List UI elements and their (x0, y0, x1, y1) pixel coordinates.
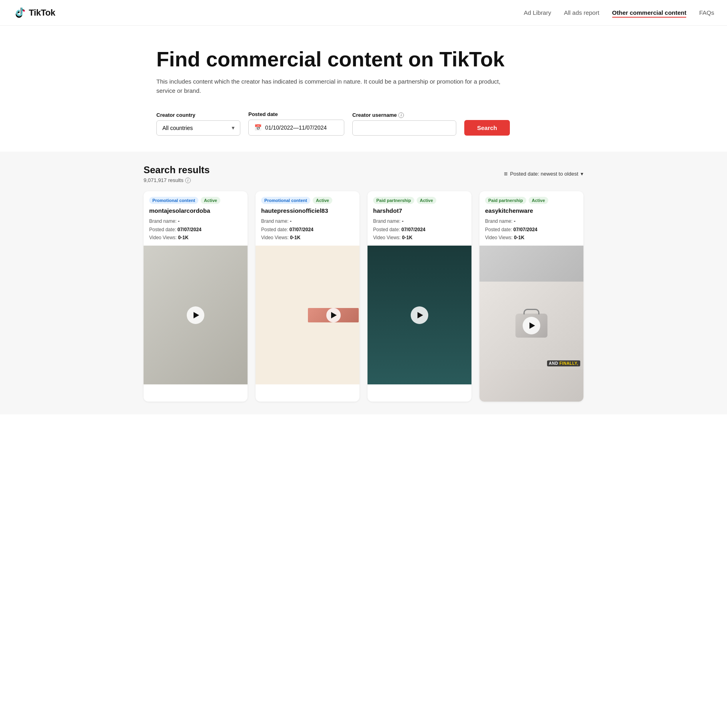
card-thumbnail[interactable] (144, 246, 248, 384)
table-row[interactable]: Paid partnership Active easykitchenware … (479, 191, 583, 402)
country-select-wrapper: All countries United States United Kingd… (156, 120, 240, 136)
card-thumbnail[interactable] (367, 246, 471, 384)
card-meta: Brand name: - Posted date: 07/07/2024 Vi… (373, 217, 466, 242)
thumb-bottom: AND FINALLY, (479, 282, 583, 370)
sort-icon: ≡ (504, 170, 507, 178)
filter-row: Creator country All countries United Sta… (156, 111, 571, 136)
status-badge: Active (313, 197, 332, 204)
hero-title: Find commercial content on TikTok (156, 48, 571, 71)
card-meta: Brand name: - Posted date: 07/07/2024 Vi… (485, 217, 578, 242)
status-badge: Active (201, 197, 220, 204)
results-section: Search results 9,071,917 results i ≡ Pos… (0, 152, 727, 414)
filter-country: Creator country All countries United Sta… (156, 112, 240, 136)
info-icon: i (398, 112, 404, 118)
card-username: montajesolarcordoba (149, 207, 242, 214)
tiktok-logo-icon (13, 6, 26, 19)
date-label: Posted date (248, 111, 344, 117)
count-info-icon: i (185, 178, 191, 183)
play-button[interactable] (187, 306, 204, 324)
sort-chevron-icon: ▾ (581, 171, 583, 177)
navbar: TikTok Ad Library All ads report Other c… (0, 0, 727, 26)
results-title: Search results (144, 164, 210, 176)
nav-item-faqs[interactable]: FAQs (699, 9, 714, 16)
search-section: Creator country All countries United Sta… (144, 111, 583, 152)
date-range-input[interactable]: 📅 01/10/2022—11/07/2024 (248, 120, 344, 136)
hero-subtitle: This includes content which the creator … (156, 77, 516, 95)
badge-row: Promotional content Active (149, 197, 242, 204)
nav-links: Ad Library All ads report Other commerci… (524, 9, 714, 16)
badge-row: Paid partnership Active (373, 197, 466, 204)
thumb-top (479, 246, 583, 282)
play-button[interactable] (411, 306, 428, 324)
status-badge: Paid partnership (485, 197, 526, 204)
thumb-cell-play[interactable] (308, 308, 359, 322)
logo[interactable]: TikTok (13, 6, 55, 19)
status-badge: Promotional content (261, 197, 310, 204)
nav-item-ad-library[interactable]: Ad Library (524, 9, 551, 16)
table-row[interactable]: Promotional content Active hautepression… (256, 191, 360, 402)
status-badge: Paid partnership (373, 197, 414, 204)
card-username: easykitchenware (485, 207, 578, 214)
card-info: Paid partnership Active easykitchenware … (479, 191, 583, 246)
card-username: harshdot7 (373, 207, 466, 214)
card-info: Promotional content Active montajesolarc… (144, 191, 248, 246)
username-input[interactable] (352, 120, 456, 136)
results-title-area: Search results 9,071,917 results i (144, 164, 210, 183)
bag-handle (523, 309, 539, 314)
table-row[interactable]: Promotional content Active montajesolarc… (144, 191, 248, 402)
country-select[interactable]: All countries United States United Kingd… (156, 120, 240, 136)
search-button[interactable]: Search (464, 120, 510, 136)
badge-row: Promotional content Active (261, 197, 354, 204)
card-meta: Brand name: - Posted date: 07/07/2024 Vi… (261, 217, 354, 242)
nav-item-other-commercial[interactable]: Other commercial content (612, 9, 687, 16)
thumb-bottom2 (479, 370, 583, 402)
cards-grid: Promotional content Active montajesolarc… (144, 191, 583, 402)
filter-date: Posted date 📅 01/10/2022—11/07/2024 (248, 111, 344, 136)
card-username: hautepressionofficiel83 (261, 207, 354, 214)
status-badge: Promotional content (149, 197, 198, 204)
card-thumbnail-area[interactable]: AND FINALLY, (479, 246, 583, 402)
nav-item-all-ads[interactable]: All ads report (564, 9, 599, 16)
country-label: Creator country (156, 112, 240, 118)
card-info: Paid partnership Active harshdot7 Brand … (367, 191, 471, 246)
play-button[interactable] (326, 308, 341, 322)
status-badge: Active (529, 197, 548, 204)
date-value: 01/10/2022—11/07/2024 (265, 124, 327, 131)
logo-text: TikTok (29, 8, 55, 18)
card-thumbnail[interactable] (256, 246, 360, 384)
hero-section: Find commercial content on TikTok This i… (144, 26, 583, 111)
and-finally-badge: AND FINALLY, (547, 360, 580, 366)
calendar-icon: 📅 (254, 124, 262, 131)
card-meta: Brand name: - Posted date: 07/07/2024 Vi… (149, 217, 242, 242)
badge-row: Paid partnership Active (485, 197, 578, 204)
status-badge: Active (417, 197, 436, 204)
username-label: Creator username i (352, 112, 456, 118)
table-row[interactable]: Paid partnership Active harshdot7 Brand … (367, 191, 471, 402)
sort-control[interactable]: ≡ Posted date: newest to oldest ▾ (504, 170, 583, 178)
results-header: Search results 9,071,917 results i ≡ Pos… (144, 164, 583, 183)
results-count: 9,071,917 results i (144, 177, 210, 183)
card-info: Promotional content Active hautepression… (256, 191, 360, 246)
filter-username: Creator username i (352, 112, 456, 136)
